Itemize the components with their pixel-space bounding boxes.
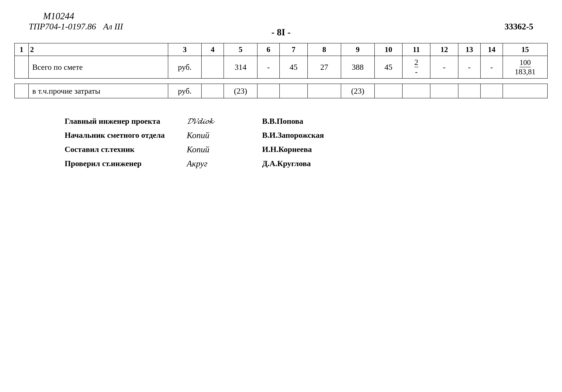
- row1-col10: 45: [375, 56, 402, 78]
- main-table: 1 2 3 4 5 6 7 8 9 10 11 12 13 14 15: [14, 43, 548, 98]
- th-6: 6: [257, 43, 280, 56]
- row2-col6: [257, 84, 280, 98]
- sig-img-2: Копий: [187, 130, 262, 140]
- doc-id: 33362-5: [504, 22, 533, 31]
- row1-col11: 2 -: [402, 56, 430, 78]
- row1-col1: [14, 56, 29, 78]
- sig-name-2: В.И.Запорожская: [262, 131, 324, 140]
- sig-img-1: 𝓓𝓥𝓭𝓲𝓸𝓴: [187, 116, 262, 126]
- row1-col14: -: [480, 56, 503, 78]
- tpr-line: ТПР704-1-0197.86 Ал III: [29, 22, 123, 31]
- sig-label-4: Проверил ст.инженер: [65, 159, 187, 168]
- table-row-2: в т.ч.прочие затраты руб. (23) (23): [14, 84, 548, 98]
- row1-col9: 388: [341, 56, 374, 78]
- row1-col13: -: [458, 56, 480, 78]
- row2-col10: [375, 84, 402, 98]
- row2-col8: [308, 84, 341, 98]
- th-14: 14: [480, 43, 503, 56]
- sig-row-4: Проверил ст.инженер Акруг Д.А.Круглова: [65, 159, 548, 168]
- th-10: 10: [375, 43, 402, 56]
- row2-col11: [402, 84, 430, 98]
- page: М10244 ТПР704-1-0197.86 Ал III - 8I - 33…: [0, 0, 562, 392]
- th-15: 15: [503, 43, 548, 56]
- tpr-code: ТПР704-1-0197.86: [29, 22, 96, 31]
- row2-col3: руб.: [168, 84, 201, 98]
- th-3: 3: [168, 43, 201, 56]
- spacer-row: [14, 78, 548, 84]
- row2-col9: (23): [341, 84, 374, 98]
- row1-col12: -: [430, 56, 458, 78]
- th-1: 1: [14, 43, 29, 56]
- th-7: 7: [280, 43, 307, 56]
- row1-col3: руб.: [168, 56, 201, 78]
- table-area: 1 2 3 4 5 6 7 8 9 10 11 12 13 14 15: [14, 43, 548, 98]
- sig-label-1: Главный инженер проекта: [65, 117, 187, 126]
- row2-col1: [14, 84, 29, 98]
- row1-col15: 100 183,81: [503, 56, 548, 78]
- th-8: 8: [308, 43, 341, 56]
- row1-col7: 45: [280, 56, 307, 78]
- row2-col13: [458, 84, 480, 98]
- row2-col15: [503, 84, 548, 98]
- sig-label-3: Составил ст.техник: [65, 145, 187, 154]
- sig-img-4: Акруг: [187, 159, 262, 168]
- sig-name-1: В.В.Попова: [262, 117, 303, 126]
- row1-col6: -: [257, 56, 280, 78]
- row2-col14: [480, 84, 503, 98]
- th-13: 13: [458, 43, 480, 56]
- underlined-value: 2 -: [414, 58, 418, 77]
- row2-col7: [280, 84, 307, 98]
- th-2: 2: [29, 43, 168, 56]
- th-9: 9: [341, 43, 374, 56]
- table-row: Всего по смете руб. 314 - 45 27 388 45 2…: [14, 56, 548, 78]
- sig-img-3: Копий: [187, 145, 262, 154]
- sig-label-2: Начальник сметного отдела: [65, 131, 187, 140]
- row1-col2: Всего по смете: [29, 56, 168, 78]
- sig-name-3: И.Н.Корнеева: [262, 145, 312, 154]
- row1-col4: [201, 56, 224, 78]
- sig-row-1: Главный инженер проекта 𝓓𝓥𝓭𝓲𝓸𝓴 В.В.Попов…: [65, 116, 548, 126]
- row1-col8: 27: [308, 56, 341, 78]
- row2-col12: [430, 84, 458, 98]
- th-4: 4: [201, 43, 224, 56]
- al-label: Ал III: [103, 22, 123, 31]
- th-5: 5: [224, 43, 257, 56]
- row2-col4: [201, 84, 224, 98]
- th-11: 11: [402, 43, 430, 56]
- sig-name-4: Д.А.Круглова: [262, 159, 311, 168]
- doc-number: М10244: [43, 11, 74, 21]
- signatures-section: Главный инженер проекта 𝓓𝓥𝓭𝓲𝓸𝓴 В.В.Попов…: [65, 116, 548, 168]
- center-title: - 8I -: [271, 27, 291, 37]
- th-12: 12: [430, 43, 458, 56]
- table-header-row: 1 2 3 4 5 6 7 8 9 10 11 12 13 14 15: [14, 43, 548, 56]
- row2-col2: в т.ч.прочие затраты: [29, 84, 168, 98]
- fraction-value: 100 183,81: [504, 58, 546, 76]
- sig-row-3: Составил ст.техник Копий И.Н.Корнеева: [65, 145, 548, 154]
- sig-row-2: Начальник сметного отдела Копий В.И.Запо…: [65, 130, 548, 140]
- row2-col5: (23): [224, 84, 257, 98]
- row1-col5: 314: [224, 56, 257, 78]
